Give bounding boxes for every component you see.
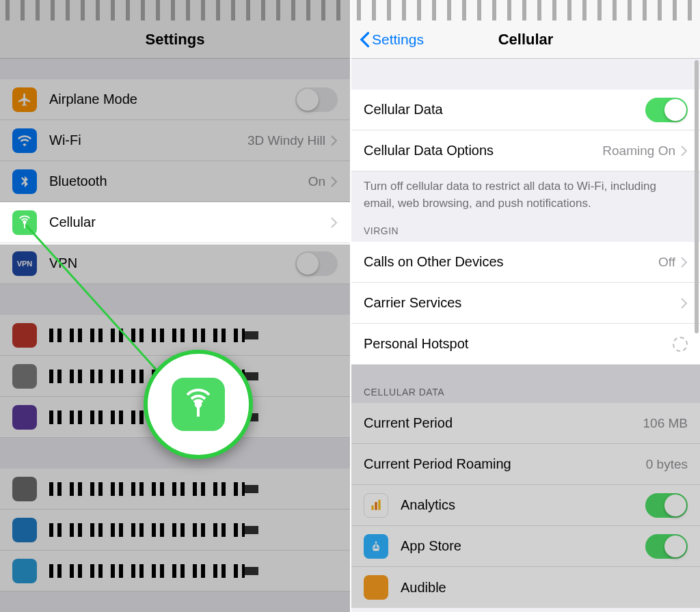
section-header-carrier: VIRGIN bbox=[351, 219, 700, 242]
scrollbar[interactable] bbox=[695, 60, 699, 333]
section-header-usage: CELLULAR DATA bbox=[351, 380, 700, 403]
page-title: Cellular bbox=[498, 31, 554, 48]
appstore-toggle[interactable] bbox=[645, 534, 688, 559]
app-icon bbox=[12, 364, 37, 389]
current-roaming-value: 0 bytes bbox=[646, 457, 688, 472]
row-vpn[interactable]: VPN VPN bbox=[0, 243, 350, 284]
analytics-toggle[interactable] bbox=[645, 493, 688, 518]
row-calls-other-devices[interactable]: Calls on Other Devices Off bbox=[351, 242, 700, 283]
svg-rect-5 bbox=[375, 502, 377, 510]
current-period-label: Current Period bbox=[364, 415, 643, 431]
row-bluetooth[interactable]: Bluetooth On bbox=[0, 161, 350, 202]
status-bar bbox=[0, 0, 350, 20]
row-obscured-1[interactable] bbox=[0, 315, 350, 356]
back-button[interactable]: Settings bbox=[360, 31, 424, 48]
app-label bbox=[49, 564, 245, 578]
chevron-right-icon bbox=[331, 135, 338, 146]
cellular-label: Cellular bbox=[49, 214, 325, 230]
app-icon bbox=[12, 559, 37, 583]
cellular-data-label: Cellular Data bbox=[364, 102, 645, 117]
vpn-label: VPN bbox=[49, 255, 295, 271]
chevron-right-icon bbox=[681, 257, 688, 268]
row-cellular[interactable]: Cellular bbox=[0, 202, 350, 243]
audible-label: Audible bbox=[401, 580, 688, 596]
app-value bbox=[245, 567, 258, 575]
analytics-label: Analytics bbox=[401, 497, 645, 513]
spinner-icon bbox=[673, 337, 688, 352]
row-airplane-mode[interactable]: Airplane Mode bbox=[0, 79, 350, 120]
svg-rect-4 bbox=[371, 505, 373, 510]
vpn-toggle[interactable] bbox=[295, 251, 338, 276]
cellular-data-toggle[interactable] bbox=[645, 98, 688, 122]
audible-icon bbox=[364, 575, 388, 600]
vpn-icon: VPN bbox=[12, 251, 37, 276]
row-cellular-data[interactable]: Cellular Data bbox=[351, 89, 700, 130]
chevron-right-icon bbox=[681, 298, 688, 309]
row-carrier-services[interactable]: Carrier Services bbox=[351, 283, 700, 324]
row-current-period-roaming[interactable]: Current Period Roaming 0 bytes bbox=[351, 444, 700, 485]
appstore-label: App Store bbox=[401, 538, 645, 554]
status-bar bbox=[351, 0, 700, 20]
hotspot-label: Personal Hotspot bbox=[364, 336, 673, 352]
current-period-value: 106 MB bbox=[643, 416, 688, 431]
cellular-options-value: Roaming On bbox=[602, 143, 675, 158]
row-cellular-options[interactable]: Cellular Data Options Roaming On bbox=[351, 130, 700, 171]
app-label bbox=[49, 482, 245, 496]
wifi-value: 3D Windy Hill bbox=[247, 133, 325, 148]
app-value bbox=[245, 331, 258, 339]
airplane-icon bbox=[12, 87, 37, 112]
calls-other-value: Off bbox=[658, 255, 675, 270]
chevron-right-icon bbox=[681, 145, 688, 156]
wifi-label: Wi-Fi bbox=[49, 133, 247, 148]
row-analytics[interactable]: Analytics bbox=[351, 485, 700, 526]
calls-other-label: Calls on Other Devices bbox=[364, 254, 658, 270]
app-value bbox=[245, 485, 258, 493]
cellular-icon-large bbox=[172, 378, 225, 431]
app-label bbox=[49, 329, 245, 342]
app-icon bbox=[12, 405, 37, 430]
chevron-right-icon bbox=[331, 176, 338, 187]
analytics-icon bbox=[364, 493, 388, 518]
row-current-period[interactable]: Current Period 106 MB bbox=[351, 403, 700, 444]
navbar-cellular: Settings Cellular bbox=[351, 20, 700, 59]
bluetooth-icon bbox=[12, 169, 37, 194]
page-title: Settings bbox=[146, 31, 205, 48]
back-label: Settings bbox=[372, 31, 424, 48]
row-wifi[interactable]: Wi-Fi 3D Windy Hill bbox=[0, 120, 350, 161]
cellular-options-label: Cellular Data Options bbox=[364, 143, 602, 158]
settings-screen: Settings Airplane Mode Wi-Fi 3D Windy Hi… bbox=[0, 0, 350, 612]
row-obscured-5[interactable] bbox=[0, 510, 350, 551]
row-obscured-6[interactable] bbox=[0, 551, 350, 592]
cellular-footer: Turn off cellular data to restrict all d… bbox=[351, 171, 700, 219]
bluetooth-value: On bbox=[308, 174, 325, 189]
row-appstore[interactable]: App Store bbox=[351, 526, 700, 567]
app-icon bbox=[12, 323, 37, 348]
navbar-settings: Settings bbox=[0, 20, 350, 59]
airplane-label: Airplane Mode bbox=[49, 92, 295, 107]
carrier-services-label: Carrier Services bbox=[364, 295, 675, 311]
svg-rect-6 bbox=[378, 499, 380, 510]
app-icon bbox=[12, 518, 37, 542]
airplane-toggle[interactable] bbox=[295, 87, 338, 112]
row-obscured-4[interactable] bbox=[0, 469, 350, 510]
app-label bbox=[49, 523, 245, 537]
app-icon bbox=[12, 477, 37, 501]
wifi-icon bbox=[12, 128, 37, 153]
bluetooth-label: Bluetooth bbox=[49, 173, 308, 189]
row-audible[interactable]: Audible bbox=[351, 567, 700, 608]
cellular-screen: Settings Cellular Cellular Data Cellular… bbox=[350, 0, 700, 612]
appstore-icon bbox=[364, 534, 388, 559]
app-value bbox=[245, 526, 258, 534]
callout-circle bbox=[144, 350, 253, 459]
row-personal-hotspot[interactable]: Personal Hotspot bbox=[351, 324, 700, 365]
current-roaming-label: Current Period Roaming bbox=[364, 456, 646, 472]
chevron-right-icon bbox=[331, 217, 338, 228]
